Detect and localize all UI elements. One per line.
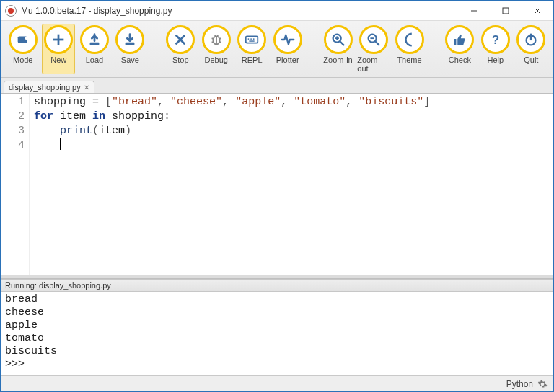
- toolbar-label: Zoom-out: [357, 55, 390, 73]
- svg-rect-8: [89, 43, 99, 45]
- toolbar-label: New: [50, 55, 66, 64]
- toolbar-label: Mode: [13, 55, 33, 64]
- help-button[interactable]: ?Help: [479, 24, 511, 74]
- maximize-button[interactable]: [490, 1, 522, 20]
- save-button[interactable]: Save: [114, 24, 146, 74]
- zoomin-button[interactable]: Zoom-in: [322, 24, 354, 74]
- mode-icon: [9, 25, 38, 54]
- help-icon: ?: [481, 25, 510, 54]
- svg-line-30: [376, 42, 379, 45]
- close-button[interactable]: [522, 1, 553, 20]
- toolbar-label: Plotter: [276, 55, 299, 64]
- moon-icon: [395, 25, 424, 54]
- toolbar-label: Save: [121, 55, 139, 64]
- debug-button[interactable]: Debug: [200, 24, 232, 74]
- code-line[interactable]: shopping = ["bread", "cheese", "apple", …: [34, 95, 430, 110]
- svg-line-26: [340, 42, 343, 45]
- svg-line-17: [219, 42, 221, 43]
- repl-button[interactable]: REPL: [235, 24, 268, 74]
- save-icon: [115, 25, 144, 54]
- svg-line-15: [219, 38, 221, 39]
- tab-label: display_shopping.py: [9, 83, 81, 92]
- code-line[interactable]: for item in shopping:: [34, 110, 430, 124]
- plotter-button[interactable]: Plotter: [271, 24, 304, 74]
- svg-point-22: [250, 38, 252, 40]
- status-mode: Python: [506, 379, 533, 389]
- svg-point-5: [25, 37, 27, 40]
- settings-icon[interactable]: [537, 379, 548, 389]
- window-controls: [458, 1, 553, 20]
- close-tab-icon[interactable]: ✕: [84, 84, 89, 92]
- svg-point-18: [214, 35, 216, 37]
- line-number: 2: [1, 110, 25, 124]
- toolbar-label: Stop: [172, 55, 189, 64]
- svg-point-19: [217, 35, 219, 37]
- svg-rect-20: [246, 36, 258, 43]
- toolbar-label: Check: [449, 55, 471, 64]
- stop-button[interactable]: Stop: [164, 24, 196, 74]
- app-icon: [5, 5, 17, 17]
- theme-button[interactable]: Theme: [393, 24, 426, 74]
- svg-rect-9: [126, 43, 135, 45]
- toolbar-label: Theme: [397, 55, 421, 64]
- line-number: 1: [1, 95, 25, 110]
- toolbar-label: Debug: [205, 55, 228, 64]
- text-cursor: [60, 138, 61, 150]
- load-button[interactable]: Load: [78, 24, 110, 74]
- svg-line-16: [211, 42, 214, 43]
- line-number: 4: [1, 138, 25, 153]
- power-icon: [516, 25, 545, 54]
- load-icon: [80, 25, 109, 54]
- kbd-icon: [237, 25, 266, 54]
- quit-button[interactable]: Quit: [515, 24, 548, 74]
- new-button[interactable]: New: [42, 24, 75, 74]
- code-line[interactable]: [34, 138, 430, 153]
- pulse-icon: [273, 25, 302, 54]
- tab-file[interactable]: display_shopping.py ✕: [4, 81, 94, 93]
- svg-text:?: ?: [492, 33, 499, 46]
- output-panel[interactable]: bread cheese apple tomato biscuits >>>: [1, 292, 553, 375]
- code-editor[interactable]: 1234 shopping = ["bread", "cheese", "app…: [1, 94, 553, 275]
- code-line[interactable]: print(item): [34, 124, 430, 138]
- toolbar-label: Zoom-in: [323, 55, 352, 64]
- svg-line-14: [211, 38, 214, 39]
- stop-icon: [166, 25, 195, 54]
- plus-icon: [44, 25, 73, 54]
- code-area[interactable]: shopping = ["bread", "cheese", "apple", …: [30, 94, 430, 275]
- bug-icon: [202, 25, 231, 54]
- check-button[interactable]: Check: [444, 24, 476, 74]
- thumb-icon: [445, 25, 474, 54]
- zin-icon: [324, 25, 353, 54]
- toolbar-label: Help: [488, 55, 504, 64]
- toolbar-label: Load: [86, 55, 103, 64]
- titlebar: Mu 1.0.0.beta.17 - display_shopping.py: [1, 1, 553, 21]
- tab-bar: display_shopping.py ✕: [1, 78, 553, 94]
- toolbar: ModeNewLoadSaveStopDebugREPLPlotterZoom-…: [1, 21, 553, 78]
- line-number-gutter: 1234: [1, 94, 30, 275]
- svg-rect-1: [503, 8, 509, 14]
- svg-point-21: [248, 38, 250, 40]
- zoomout-button[interactable]: Zoom-out: [357, 24, 390, 74]
- status-bar: Python: [1, 375, 553, 391]
- runner-header: Running: display_shopping.py: [1, 279, 553, 292]
- zout-icon: [359, 25, 388, 54]
- minimize-button[interactable]: [458, 1, 490, 20]
- toolbar-label: Quit: [524, 55, 538, 64]
- svg-point-23: [253, 38, 255, 40]
- toolbar-label: REPL: [242, 55, 263, 64]
- window-title: Mu 1.0.0.beta.17 - display_shopping.py: [21, 6, 458, 16]
- mode-button[interactable]: Mode: [6, 24, 39, 74]
- svg-rect-24: [250, 40, 255, 41]
- line-number: 3: [1, 124, 25, 138]
